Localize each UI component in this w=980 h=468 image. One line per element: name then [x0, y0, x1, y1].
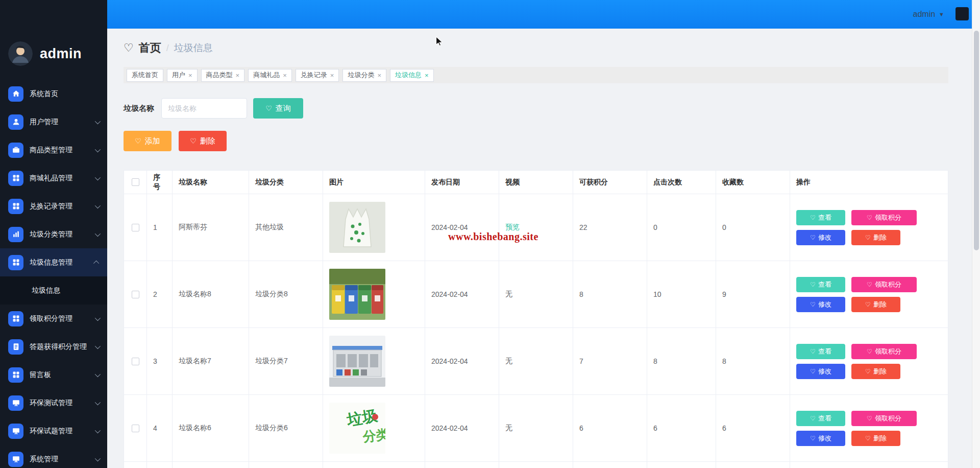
sidebar-item-system[interactable]: 系统管理 — [0, 445, 107, 468]
close-icon[interactable]: × — [330, 72, 334, 79]
close-icon[interactable]: × — [377, 72, 381, 79]
row-checkbox[interactable] — [132, 425, 139, 432]
row-checkbox[interactable] — [132, 224, 139, 231]
row-checkbox[interactable] — [132, 291, 139, 298]
add-button[interactable]: ♡ 添加 — [124, 131, 172, 151]
sidebar-item-env-tests[interactable]: 环保测试管理 — [0, 389, 107, 417]
view-button[interactable]: ♡查看 — [796, 344, 845, 359]
tab-users[interactable]: 用户× — [167, 69, 198, 82]
cell-text: 4 — [153, 424, 157, 432]
column-header: 垃圾名称 — [173, 171, 249, 194]
sidebar-item-garbage-info-mgmt[interactable]: 垃圾信息管理 — [0, 248, 107, 276]
search-button[interactable]: ♡ 查询 — [253, 98, 303, 119]
vertical-scrollbar[interactable] — [972, 0, 980, 468]
sidebar-item-env-questions[interactable]: 环保试题管理 — [0, 417, 107, 445]
cell-publish-date: 2024-02-04 — [425, 261, 499, 327]
sidebar-item-users[interactable]: 用户管理 — [0, 108, 107, 136]
row-delete-button[interactable]: ♡删除 — [851, 431, 900, 446]
row-checkbox-cell — [124, 395, 147, 461]
monitor-icon — [8, 452, 23, 467]
edit-button[interactable]: ♡修改 — [796, 364, 845, 379]
heart-icon: ♡ — [265, 104, 272, 112]
garbage-image: 垃圾分类 — [329, 403, 385, 454]
close-icon[interactable]: × — [425, 72, 429, 79]
tab-label: 兑换记录 — [301, 71, 327, 80]
sidebar-item-exchange-records[interactable]: 兑换记录管理 — [0, 192, 107, 220]
row-delete-button[interactable]: ♡删除 — [851, 297, 900, 312]
svg-text:分类: 分类 — [361, 427, 385, 444]
row-checkbox[interactable] — [132, 358, 139, 365]
breadcrumb-home[interactable]: 首页 — [139, 40, 161, 56]
garbage-name-input[interactable] — [161, 98, 247, 119]
tab-garbage-info[interactable]: 垃圾信息× — [390, 69, 434, 82]
sidebar-item-quiz-points[interactable]: 答题获得积分管理 — [0, 333, 107, 361]
edit-button[interactable]: ♡修改 — [796, 297, 845, 312]
chevron-down-icon — [95, 399, 101, 405]
close-icon[interactable]: × — [188, 72, 192, 79]
chevron-down-icon — [95, 202, 101, 208]
heart-icon: ♡ — [810, 301, 816, 308]
close-icon[interactable]: × — [283, 72, 287, 79]
claim-points-button[interactable]: ♡领取积分 — [851, 277, 917, 292]
table-row-partial — [124, 462, 948, 468]
sidebar-item-claim-points[interactable]: 领取积分管理 — [0, 305, 107, 333]
cell-video: 无 — [499, 328, 573, 394]
sidebar-item-product-types[interactable]: 商品类型管理 — [0, 136, 107, 164]
sidebar-subitem-garbage-info[interactable]: 垃圾信息 — [0, 276, 107, 305]
tab-garbage-categories[interactable]: 垃圾分类× — [342, 69, 386, 82]
heart-icon: ♡ — [135, 137, 141, 145]
cell-text: 6 — [722, 424, 726, 432]
claim-points-button[interactable]: ♡领取积分 — [851, 411, 917, 426]
grid-icon — [8, 199, 23, 214]
cell-image — [323, 194, 425, 261]
sidebar-item-home[interactable]: 系统首页 — [0, 80, 107, 108]
chevron-down-icon — [95, 371, 101, 377]
garbage-name-label: 垃圾名称 — [124, 104, 154, 113]
column-header-label: 序号 — [153, 173, 166, 192]
tab-product-types[interactable]: 商品类型× — [201, 69, 245, 82]
admin-dropdown[interactable]: admin ▼ — [913, 0, 944, 29]
select-all-checkbox[interactable] — [132, 178, 139, 186]
claim-points-button[interactable]: ♡领取积分 — [851, 344, 917, 359]
button-label: 删除 — [873, 367, 887, 376]
column-header-label: 点击次数 — [653, 178, 682, 187]
delete-button[interactable]: ♡ 删除 — [179, 131, 227, 151]
tab-exchange-records[interactable]: 兑换记录× — [296, 69, 339, 82]
cell-video: 无 — [499, 395, 573, 461]
breadcrumb: ♡ 首页 / 垃圾信息 — [124, 40, 972, 56]
empty-cell — [647, 462, 716, 468]
delete-button-label: 删除 — [200, 136, 215, 146]
doc-icon — [8, 339, 23, 355]
empty-cell — [716, 462, 790, 468]
view-button[interactable]: ♡查看 — [796, 411, 845, 426]
cell-clicks: 8 — [647, 328, 716, 394]
add-button-label: 添加 — [145, 136, 160, 146]
avatar — [8, 41, 33, 66]
tab-mall-gifts[interactable]: 商城礼品× — [248, 69, 292, 82]
close-icon[interactable]: × — [236, 72, 240, 79]
view-button[interactable]: ♡查看 — [796, 210, 845, 225]
claim-points-button[interactable]: ♡领取积分 — [851, 210, 917, 225]
row-delete-button[interactable]: ♡删除 — [851, 364, 900, 379]
edit-button[interactable]: ♡修改 — [796, 431, 845, 446]
chevron-down-icon — [95, 343, 101, 348]
cell-video: 预览 — [499, 194, 573, 261]
sidebar-item-message-board[interactable]: 留言板 — [0, 361, 107, 389]
button-label: 领取积分 — [875, 213, 901, 222]
cell-text: 8 — [722, 357, 726, 365]
button-label: 删除 — [873, 300, 887, 309]
scrollbar-thumb[interactable] — [974, 31, 979, 250]
sidebar-item-mall-gifts[interactable]: 商城礼品管理 — [0, 164, 107, 192]
view-button[interactable]: ♡查看 — [796, 277, 845, 292]
sidebar-item-garbage-categories[interactable]: 垃圾分类管理 — [0, 220, 107, 248]
edit-button[interactable]: ♡修改 — [796, 230, 845, 245]
tab-home[interactable]: 系统首页 — [127, 69, 163, 82]
cell-points: 6 — [573, 395, 647, 461]
heart-icon: ♡ — [867, 214, 872, 221]
cell-publish-date: 2024-02-04 — [425, 194, 499, 261]
column-header: 收藏数 — [716, 171, 790, 194]
heart-icon: ♡ — [810, 415, 816, 422]
row-delete-button[interactable]: ♡删除 — [851, 230, 900, 245]
column-header-label: 可获积分 — [579, 178, 608, 187]
button-label: 修改 — [818, 300, 831, 309]
